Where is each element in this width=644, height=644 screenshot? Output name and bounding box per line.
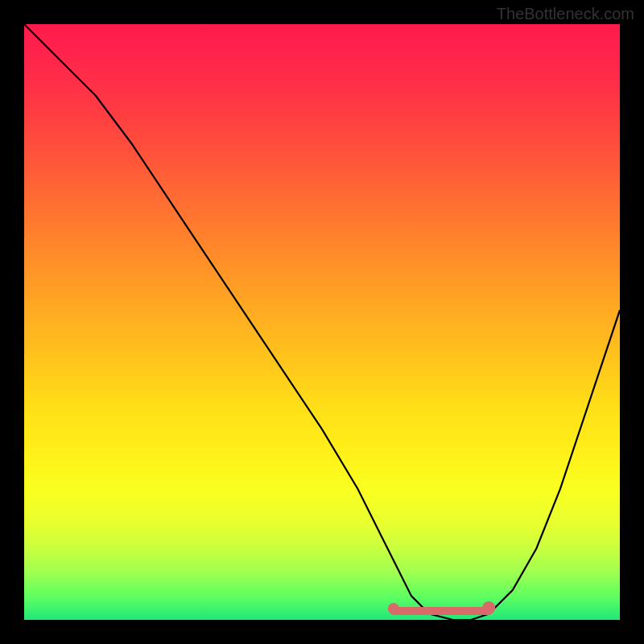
chart-svg-overlay bbox=[24, 24, 620, 620]
chart-curve bbox=[24, 24, 620, 620]
marker-start-dot bbox=[388, 603, 399, 614]
chart-container bbox=[24, 24, 620, 620]
watermark-text: TheBottleneck.com bbox=[497, 5, 634, 23]
marker-end-dot bbox=[482, 601, 495, 614]
